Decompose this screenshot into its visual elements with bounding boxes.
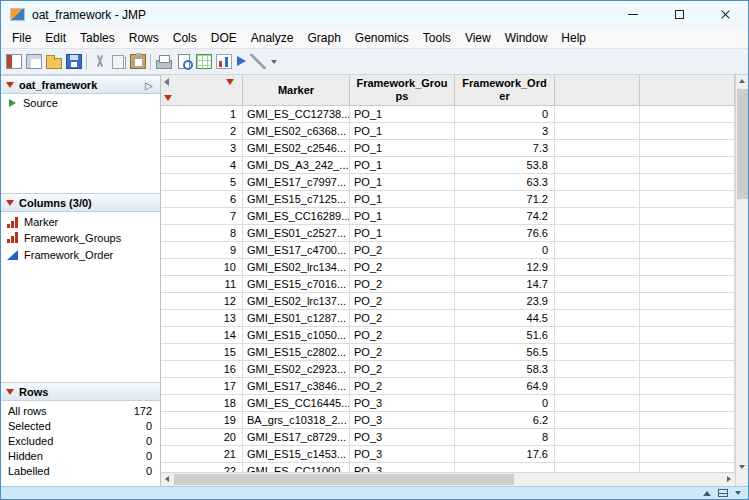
row-number-cell[interactable]: 11 bbox=[161, 276, 243, 293]
order-cell[interactable]: 7.3 bbox=[455, 140, 555, 157]
order-cell[interactable]: 44.5 bbox=[455, 310, 555, 327]
vertical-scroll-track[interactable] bbox=[736, 88, 748, 460]
minimize-button[interactable] bbox=[610, 1, 656, 28]
group-cell[interactable]: PO_1 bbox=[350, 157, 455, 174]
menu-item-graph[interactable]: Graph bbox=[300, 29, 347, 47]
table-row[interactable]: 12GMI_ES02_lrc137...PO_223.9 bbox=[161, 293, 735, 310]
menu-item-rows[interactable]: Rows bbox=[122, 29, 166, 47]
row-number-cell[interactable]: 12 bbox=[161, 293, 243, 310]
row-number-cell[interactable]: 8 bbox=[161, 225, 243, 242]
table-row[interactable]: 11GMI_ES15_c7016...PO_214.7 bbox=[161, 276, 735, 293]
group-cell[interactable]: PO_3 bbox=[350, 429, 455, 446]
table-corner-cell[interactable] bbox=[161, 75, 243, 106]
order-cell[interactable]: 51.6 bbox=[455, 327, 555, 344]
red-triangle-menu-icon[interactable] bbox=[6, 200, 14, 206]
order-cell[interactable]: 8 bbox=[455, 429, 555, 446]
status-grid-icon[interactable] bbox=[718, 489, 728, 497]
row-number-cell[interactable]: 16 bbox=[161, 361, 243, 378]
marker-cell[interactable]: BA_grs_c10318_2... bbox=[243, 412, 350, 429]
table-row[interactable]: 21GMI_ES15_c1453...PO_317.6 bbox=[161, 446, 735, 463]
marker-cell[interactable]: GMI_ES02_c2923... bbox=[243, 361, 350, 378]
table-row[interactable]: 13GMI_ES01_c1287...PO_244.5 bbox=[161, 310, 735, 327]
row-number-cell[interactable]: 5 bbox=[161, 174, 243, 191]
row-number-cell[interactable]: 18 bbox=[161, 395, 243, 412]
table-row[interactable]: 3GMI_ES02_c2546...PO_17.3 bbox=[161, 140, 735, 157]
marker-cell[interactable]: GMI_ES01_c1287... bbox=[243, 310, 350, 327]
order-cell[interactable]: 0 bbox=[455, 242, 555, 259]
marker-cell[interactable]: GMI_ES02_lrc137... bbox=[243, 293, 350, 310]
order-cell[interactable]: 6.2 bbox=[455, 412, 555, 429]
group-cell[interactable]: PO_1 bbox=[350, 174, 455, 191]
marker-cell[interactable]: GMI_ES_CC16445... bbox=[243, 395, 350, 412]
group-cell[interactable]: PO_1 bbox=[350, 123, 455, 140]
row-number-cell[interactable]: 9 bbox=[161, 242, 243, 259]
print-icon[interactable] bbox=[156, 54, 172, 69]
group-cell[interactable]: PO_3 bbox=[350, 446, 455, 463]
data-grid-icon[interactable] bbox=[196, 54, 212, 69]
row-number-cell[interactable]: 1 bbox=[161, 106, 243, 123]
marker-cell[interactable]: GMI_DS_A3_242_... bbox=[243, 157, 350, 174]
order-cell[interactable]: 76.6 bbox=[455, 225, 555, 242]
table-row[interactable]: 19BA_grs_c10318_2...PO_36.2 bbox=[161, 412, 735, 429]
scroll-left-icon[interactable] bbox=[161, 473, 174, 486]
marker-cell[interactable]: GMI_ES17_c7997... bbox=[243, 174, 350, 191]
scroll-up-icon[interactable] bbox=[736, 75, 749, 88]
paste-icon[interactable] bbox=[130, 54, 146, 69]
order-cell[interactable] bbox=[455, 463, 555, 472]
rows-panel-header[interactable]: Rows bbox=[1, 382, 160, 401]
row-number-cell[interactable]: 7 bbox=[161, 208, 243, 225]
table-row[interactable]: 2GMI_ES02_c6368...PO_13 bbox=[161, 123, 735, 140]
order-cell[interactable]: 12.9 bbox=[455, 259, 555, 276]
row-number-cell[interactable]: 17 bbox=[161, 378, 243, 395]
cut-icon[interactable] bbox=[92, 54, 108, 69]
column-item-marker[interactable]: Marker bbox=[1, 212, 160, 229]
group-cell[interactable]: PO_1 bbox=[350, 208, 455, 225]
horizontal-scroll-thumb[interactable] bbox=[174, 474, 514, 485]
column-header-marker[interactable]: Marker bbox=[243, 75, 350, 106]
table-row[interactable]: 20GMI_ES17_c8729...PO_38 bbox=[161, 429, 735, 446]
order-cell[interactable]: 53.8 bbox=[455, 157, 555, 174]
vertical-scrollbar[interactable] bbox=[735, 75, 748, 486]
table-row[interactable]: 22GMI_ES_CC11000...PO_3 bbox=[161, 463, 735, 472]
order-cell[interactable]: 64.9 bbox=[455, 378, 555, 395]
columns-panel-header[interactable]: Columns (3/0) bbox=[1, 193, 160, 212]
marker-cell[interactable]: GMI_ES02_lrc134... bbox=[243, 259, 350, 276]
group-cell[interactable]: PO_2 bbox=[350, 276, 455, 293]
menu-item-file[interactable]: File bbox=[5, 29, 38, 47]
table-row[interactable]: 5GMI_ES17_c7997...PO_163.3 bbox=[161, 174, 735, 191]
order-cell[interactable]: 14.7 bbox=[455, 276, 555, 293]
group-cell[interactable]: PO_2 bbox=[350, 310, 455, 327]
order-cell[interactable]: 58.3 bbox=[455, 361, 555, 378]
row-number-cell[interactable]: 19 bbox=[161, 412, 243, 429]
order-cell[interactable]: 23.9 bbox=[455, 293, 555, 310]
row-number-cell[interactable]: 15 bbox=[161, 344, 243, 361]
row-number-cell[interactable]: 13 bbox=[161, 310, 243, 327]
table-panel-header[interactable]: oat_framework bbox=[1, 75, 160, 94]
table-row[interactable]: 6GMI_ES15_c7125...PO_171.2 bbox=[161, 191, 735, 208]
table-row[interactable]: 1GMI_ES_CC12738...PO_10 bbox=[161, 106, 735, 123]
menu-item-edit[interactable]: Edit bbox=[38, 29, 73, 47]
print-preview-icon[interactable] bbox=[176, 54, 192, 69]
row-number-cell[interactable]: 14 bbox=[161, 327, 243, 344]
horizontal-scrollbar[interactable] bbox=[161, 472, 735, 486]
group-cell[interactable]: PO_2 bbox=[350, 344, 455, 361]
order-cell[interactable]: 3 bbox=[455, 123, 555, 140]
group-cell[interactable]: PO_2 bbox=[350, 259, 455, 276]
menu-item-view[interactable]: View bbox=[458, 29, 498, 47]
menu-item-tools[interactable]: Tools bbox=[416, 29, 458, 47]
status-dropdown-icon[interactable] bbox=[735, 491, 741, 495]
order-cell[interactable]: 71.2 bbox=[455, 191, 555, 208]
row-number-cell[interactable]: 4 bbox=[161, 157, 243, 174]
table-row[interactable]: 7GMI_ES_CC16289...PO_174.2 bbox=[161, 208, 735, 225]
marker-cell[interactable]: GMI_ES17_c3846... bbox=[243, 378, 350, 395]
rows-menu-icon[interactable] bbox=[164, 95, 172, 101]
column-header-framework-groups[interactable]: Framework_Groups bbox=[350, 75, 455, 106]
toolbar-more-caret[interactable] bbox=[270, 54, 278, 69]
table-row[interactable]: 4GMI_DS_A3_242_...PO_153.8 bbox=[161, 157, 735, 174]
marker-cell[interactable]: GMI_ES_CC11000... bbox=[243, 463, 350, 472]
save-icon[interactable] bbox=[66, 54, 82, 69]
table-row[interactable]: 8GMI_ES01_c2527...PO_176.6 bbox=[161, 225, 735, 242]
close-button[interactable] bbox=[702, 1, 748, 28]
group-cell[interactable]: PO_2 bbox=[350, 361, 455, 378]
source-item[interactable]: Source bbox=[1, 94, 160, 109]
